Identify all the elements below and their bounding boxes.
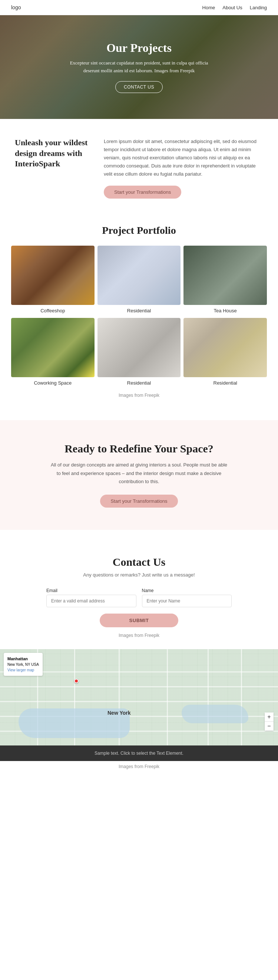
portfolio-img-residential1 — [97, 246, 181, 305]
about-body: Lorem ipsum dolor sit amet, consectetur … — [104, 137, 263, 178]
name-input[interactable] — [142, 595, 232, 607]
about-section: Unleash your wildest design dreams with … — [0, 119, 278, 217]
portfolio-img-teahouse — [184, 246, 267, 305]
hero-title: Our Projects — [65, 41, 213, 55]
hero-description: Excepteur sint occaecat cupidatat non pr… — [65, 59, 213, 75]
navbar: logo Home About Us Landing — [0, 0, 278, 15]
nav-about[interactable]: About Us — [222, 5, 242, 10]
map-address: New York, NY USA — [7, 662, 39, 667]
hero-cta-button[interactable]: CONTACT US — [115, 81, 163, 93]
redefine-section: Ready to Redefine Your Space? All of our… — [0, 420, 278, 530]
map-place-name: Manhattan — [7, 656, 39, 662]
map-zoom-in-button[interactable]: + — [265, 713, 273, 721]
portfolio-label-coffeeshop: Coffeeshop — [11, 305, 94, 315]
portfolio-label-teahouse: Tea House — [184, 305, 267, 315]
contact-section: Contact Us Any questions or remarks? Jus… — [0, 537, 278, 649]
nav-home[interactable]: Home — [202, 5, 216, 10]
portfolio-title: Project Portfolio — [11, 224, 267, 236]
map-zoom-out-button[interactable]: − — [265, 722, 273, 731]
submit-button[interactable]: SUBMIT — [100, 614, 179, 627]
footer: Sample text. Click to select the Text El… — [0, 746, 278, 761]
footer-freepik-link[interactable]: Freepik — [145, 764, 160, 769]
portfolio-item-coworking[interactable]: Coworking Space — [11, 318, 94, 387]
map-water-body-2 — [182, 705, 248, 723]
name-label: Name — [142, 588, 232, 593]
redefine-title: Ready to Redefine Your Space? — [22, 442, 256, 455]
hero-content: Our Projects Excepteur sint occaecat cup… — [58, 34, 220, 101]
map-info-box: Manhattan New York, NY USA View larger m… — [4, 653, 43, 676]
about-heading-block: Unleash your wildest design dreams with … — [15, 137, 89, 169]
portfolio-item-residential2[interactable]: Residential — [97, 318, 181, 387]
contact-fields-row: Email Name — [46, 588, 232, 607]
portfolio-img-coworking — [11, 318, 94, 377]
portfolio-img-residential3 — [184, 318, 267, 377]
portfolio-label-residential1: Residential — [97, 305, 181, 315]
portfolio-section: Project Portfolio Coffeeshop Residential… — [0, 217, 278, 413]
portfolio-item-teahouse[interactable]: Tea House — [184, 246, 267, 315]
portfolio-label-residential2: Residential — [97, 377, 181, 387]
map-road — [0, 701, 278, 702]
map-road — [208, 649, 209, 746]
about-cta-button[interactable]: Start your Transformations — [104, 186, 181, 199]
map-larger-link[interactable]: View larger map — [7, 668, 34, 672]
nav-links: Home About Us Landing — [202, 5, 267, 10]
nav-landing[interactable]: Landing — [250, 5, 267, 10]
map-road — [0, 686, 278, 687]
portfolio-img-residential2 — [97, 318, 181, 377]
hero-freepik-link[interactable]: Freepik — [180, 68, 195, 73]
contact-freepik-link[interactable]: Freepik — [145, 633, 160, 638]
map-road — [241, 649, 242, 746]
footer-sample-text[interactable]: Sample text. Click to select the Text El… — [94, 751, 184, 756]
contact-note: Images from Freepik — [30, 633, 248, 638]
map-pin — [74, 679, 78, 683]
portfolio-note: Images from Freepik — [11, 393, 267, 398]
email-label: Email — [46, 588, 136, 593]
portfolio-label-residential3: Residential — [184, 377, 267, 387]
contact-form: Email Name SUBMIT — [30, 588, 248, 627]
portfolio-item-residential1[interactable]: Residential — [97, 246, 181, 315]
contact-subtitle: Any questions or remarks? Just write us … — [30, 572, 248, 578]
portfolio-grid: Coffeeshop Residential Tea House Coworki… — [11, 246, 267, 387]
logo: logo — [11, 5, 21, 10]
hero-section: Our Projects Excepteur sint occaecat cup… — [0, 15, 278, 119]
map-city-label: New York — [107, 710, 131, 716]
map-section: New York Manhattan New York, NY USA View… — [0, 649, 278, 746]
email-input[interactable] — [46, 595, 136, 607]
redefine-description: All of our design concepts are aimed at … — [50, 461, 228, 485]
footer-note: Images from Freepik — [0, 761, 278, 772]
about-body-block: Lorem ipsum dolor sit amet, consectetur … — [104, 137, 263, 199]
portfolio-img-coffeeshop — [11, 246, 94, 305]
about-heading: Unleash your wildest design dreams with … — [15, 137, 89, 169]
redefine-cta-button[interactable]: Start your Transformations — [100, 495, 177, 508]
portfolio-item-residential3[interactable]: Residential — [184, 318, 267, 387]
portfolio-item-coffeeshop[interactable]: Coffeeshop — [11, 246, 94, 315]
map-zoom-controls: + − — [265, 713, 273, 731]
map-road — [167, 649, 168, 746]
portfolio-freepik-link[interactable]: Freepik — [145, 393, 160, 398]
contact-title: Contact Us — [30, 556, 248, 568]
portfolio-label-coworking: Coworking Space — [11, 377, 94, 387]
